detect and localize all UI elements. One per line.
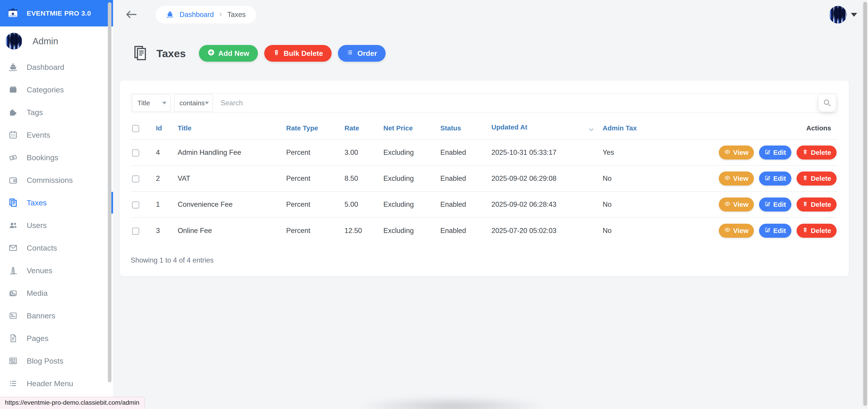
sidebar-scrollbar[interactable] xyxy=(108,2,112,382)
envelope-icon xyxy=(8,243,19,253)
edit-button[interactable]: Edit xyxy=(759,146,792,160)
cell-title: Admin Handling Fee xyxy=(171,140,280,166)
view-button[interactable]: View xyxy=(719,224,754,238)
edit-label: Edit xyxy=(773,149,786,156)
edit-button[interactable]: Edit xyxy=(759,171,792,186)
sidebar-item-categories[interactable]: Categories xyxy=(0,78,113,101)
lighthouse-icon xyxy=(8,265,19,276)
row-checkbox[interactable] xyxy=(132,149,139,157)
table-row: 4 Admin Handling Fee Percent 3.00 Exclud… xyxy=(131,140,838,166)
edit-pencil-icon xyxy=(765,175,771,183)
cell-net-price: Excluding xyxy=(377,218,434,244)
sidebar-item-dashboard[interactable]: Dashboard xyxy=(0,56,113,78)
page-title: Taxes xyxy=(156,47,186,60)
sidebar-item-events[interactable]: Events xyxy=(0,124,113,146)
sidebar-item-users[interactable]: Users xyxy=(0,214,113,237)
back-button[interactable] xyxy=(126,10,137,20)
sidebar-item-commissions[interactable]: Commissions xyxy=(0,169,113,191)
view-label: View xyxy=(733,227,748,234)
order-label: Order xyxy=(358,49,377,58)
breadcrumb-dashboard-link[interactable]: Dashboard xyxy=(180,11,214,19)
search-button[interactable] xyxy=(818,94,836,112)
bulk-delete-button[interactable]: Bulk Delete xyxy=(264,45,332,62)
sidebar-item-label: Tags xyxy=(27,108,43,117)
filter-operator-value: contains xyxy=(180,99,205,107)
order-button[interactable]: Order xyxy=(338,45,385,62)
sidebar-item-label: Categories xyxy=(27,86,64,94)
filter-field-select[interactable]: Title xyxy=(132,94,171,112)
column-header-updated-at[interactable]: Updated At xyxy=(485,119,596,140)
column-header-rate-type[interactable]: Rate Type xyxy=(280,119,338,140)
view-label: View xyxy=(733,175,748,182)
arrow-left-icon xyxy=(126,10,137,20)
column-header-status[interactable]: Status xyxy=(434,119,485,140)
filter-field-value: Title xyxy=(137,99,150,107)
sidebar-item-taxes[interactable]: Taxes xyxy=(0,191,113,214)
row-checkbox[interactable] xyxy=(132,227,139,235)
sidebar-item-contacts[interactable]: Contacts xyxy=(0,237,113,259)
sidebar-item-label: Pages xyxy=(27,334,49,343)
select-all-checkbox[interactable] xyxy=(132,125,139,132)
user-avatar xyxy=(829,6,847,24)
user-menu-toggle[interactable] xyxy=(829,6,857,24)
users-icon xyxy=(8,220,19,230)
sidebar-item-blog-posts[interactable]: Blog Posts xyxy=(0,350,113,372)
view-label: View xyxy=(733,149,748,156)
view-label: View xyxy=(733,201,748,208)
trash-icon xyxy=(802,201,808,209)
page-scrollbar[interactable] xyxy=(863,2,867,406)
cell-status: Enabled xyxy=(434,166,485,192)
sidebar-item-banners[interactable]: Banners xyxy=(0,304,113,327)
delete-button[interactable]: Delete xyxy=(797,224,837,238)
sidebar-item-venues[interactable]: Venues xyxy=(0,259,113,282)
cell-admin-tax: Yes xyxy=(596,140,653,166)
row-checkbox[interactable] xyxy=(132,201,139,209)
column-header-admin-tax[interactable]: Admin Tax xyxy=(596,119,653,140)
sidebar-item-media[interactable]: Media xyxy=(0,282,113,304)
delete-button[interactable]: Delete xyxy=(797,197,837,212)
cell-rate-type: Percent xyxy=(280,218,338,244)
column-header-net-price[interactable]: Net Price xyxy=(377,119,434,140)
money-ticket-icon xyxy=(8,153,19,162)
edit-button[interactable]: Edit xyxy=(759,224,792,238)
admin-profile[interactable]: Admin xyxy=(0,26,113,56)
delete-button[interactable]: Delete xyxy=(797,146,837,160)
delete-button[interactable]: Delete xyxy=(797,171,837,186)
add-new-button[interactable]: Add New xyxy=(199,45,258,62)
brand-link[interactable]: EVENTMIE PRO 3.0 xyxy=(0,0,113,26)
edit-button[interactable]: Edit xyxy=(759,197,792,212)
column-header-rate[interactable]: Rate xyxy=(338,119,377,140)
eye-icon xyxy=(724,227,731,234)
table-row: 1 Convenience Fee Percent 5.00 Excluding… xyxy=(131,192,838,218)
sidebar-item-label: Contacts xyxy=(27,244,57,252)
filter-operator-select[interactable]: contains xyxy=(174,94,213,112)
table-row: 2 VAT Percent 8.50 Excluding Enabled 202… xyxy=(131,166,838,192)
list-icon xyxy=(8,378,19,388)
view-button[interactable]: View xyxy=(719,197,754,212)
view-button[interactable]: View xyxy=(719,171,754,186)
ordered-list-icon xyxy=(346,49,354,58)
column-header-title[interactable]: Title xyxy=(171,119,280,140)
sidebar-item-header-menu[interactable]: Header Menu xyxy=(0,372,113,395)
column-header-id[interactable]: Id xyxy=(150,119,171,140)
chevron-down-icon xyxy=(851,13,857,17)
newspaper-icon xyxy=(8,356,19,366)
sidebar-menu: Dashboard Categories Tags Events Booking… xyxy=(0,56,113,395)
search-input[interactable] xyxy=(221,99,814,107)
sidebar-item-tags[interactable]: Tags xyxy=(0,101,113,124)
view-button[interactable]: View xyxy=(719,146,754,160)
row-checkbox[interactable] xyxy=(132,175,139,183)
sidebar-item-bookings[interactable]: Bookings xyxy=(0,146,113,169)
ship-icon xyxy=(8,62,19,72)
column-header-actions: Actions xyxy=(653,119,838,140)
cell-rate: 5.00 xyxy=(338,192,377,218)
cell-status: Enabled xyxy=(434,192,485,218)
sidebar-item-label: Commissions xyxy=(27,176,73,185)
brand-name: EVENTMIE PRO 3.0 xyxy=(27,9,91,17)
cell-net-price: Excluding xyxy=(377,166,434,192)
edit-pencil-icon xyxy=(765,227,771,234)
sidebar-item-pages[interactable]: Pages xyxy=(0,327,113,350)
cell-net-price: Excluding xyxy=(377,192,434,218)
delete-label: Delete xyxy=(811,149,831,156)
cell-rate: 3.00 xyxy=(338,140,377,166)
